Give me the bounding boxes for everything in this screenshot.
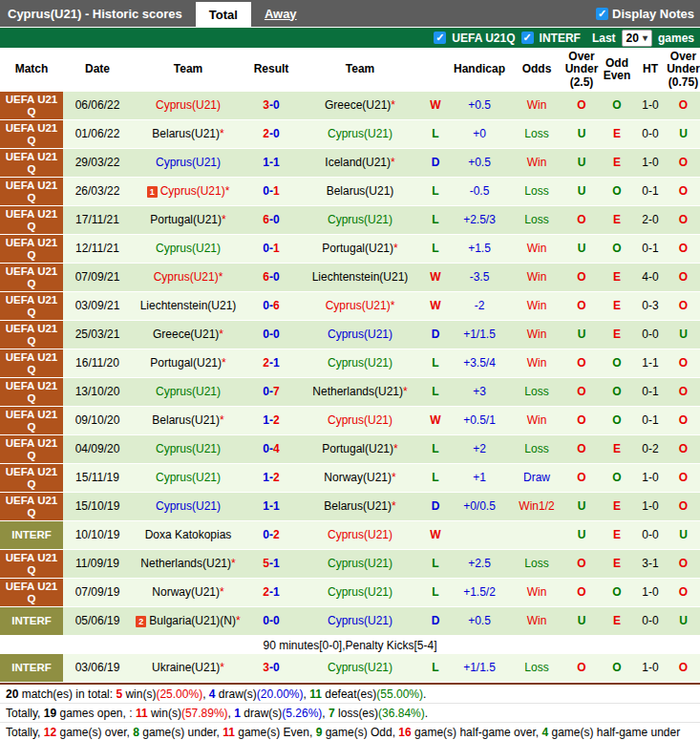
col-header-odds: Odds	[510, 48, 563, 92]
score-cell: 1-2	[244, 407, 298, 434]
summary-line: 20 match(es) in total: 5 win(s)(25.00%),…	[0, 685, 700, 704]
over-under-075-cell: U	[667, 521, 700, 549]
summary-segment: 4	[209, 687, 216, 701]
away-score: 6	[273, 300, 280, 312]
interf-checkbox[interactable]: ✓	[521, 32, 534, 44]
team-name: Ukraine(U21)	[152, 662, 220, 674]
summary-segment: win(s)	[148, 707, 181, 720]
over-under-075-cell: O	[667, 264, 700, 291]
last-games-select[interactable]: 20 ▾	[622, 30, 652, 47]
team-name: Netherlands(U21)	[140, 558, 231, 570]
handicap-cell: +1.5/2	[449, 579, 510, 606]
date-cell: 26/03/22	[63, 178, 132, 205]
summary-segment: (20.00%)	[257, 687, 304, 701]
home-team-cell: Greece(U21)*	[132, 321, 244, 349]
date-cell: 07/09/19	[63, 579, 132, 606]
away-team-cell: Cyprus(U21)	[298, 521, 422, 549]
result-letter-cell: D	[422, 493, 449, 520]
away-team-cell: Cyprus(U21)	[298, 654, 422, 682]
ht-score-cell: 0-0	[634, 120, 667, 148]
odd-even-cell: O	[600, 654, 634, 682]
away-team-cell: Portugal(U21)*	[298, 235, 422, 263]
team-name: Cyprus(U21)	[328, 586, 392, 599]
summary-footer: 20 match(es) in total: 5 win(s)(25.00%),…	[0, 685, 700, 740]
result-letter-cell: W	[422, 92, 449, 119]
away-marker: *	[219, 328, 223, 341]
summary-segment: (25.00%)	[156, 687, 202, 701]
result-letter-cell: L	[422, 349, 449, 377]
summary-segment: (55.00%)	[376, 687, 423, 701]
odds-cell: Win	[510, 407, 563, 434]
table-row: UEFA U21 Q16/11/20Portugal(U21)*2-1Cypru…	[0, 349, 700, 378]
score-cell: 1-1	[244, 149, 298, 177]
summary-segment: ,	[228, 707, 235, 720]
over-under-075-cell: O	[667, 493, 700, 520]
table-row: UEFA U21 Q03/09/21Liechtenstein(U21)0-6C…	[0, 292, 700, 321]
home-score: 1	[263, 472, 269, 484]
team-name: Netherlands(U21)	[312, 386, 403, 398]
away-team-cell: Belarus(U21)*	[298, 493, 422, 520]
table-row: UEFA U21 Q29/03/22Cyprus(U21)1-1Iceland(…	[0, 149, 700, 178]
away-score: 0	[273, 328, 280, 341]
away-team-cell: Cyprus(U21)	[298, 407, 422, 434]
handicap-cell: +0/0.5	[449, 493, 510, 520]
league-cell: UEFA U21 Q	[0, 292, 63, 320]
summary-segment: .	[423, 687, 426, 701]
odd-even-cell: E	[600, 292, 634, 320]
team-name: Cyprus(U21)	[328, 128, 392, 140]
summary-segment: 11	[223, 726, 235, 739]
table-row: UEFA U21 Q15/10/19Cyprus(U21)1-1Belarus(…	[0, 493, 700, 521]
date-cell: 05/06/19	[63, 607, 132, 635]
ht-score-cell: 0-3	[634, 292, 667, 320]
team-name: Belarus(U21)	[327, 185, 394, 198]
league-cell: UEFA U21 Q	[0, 206, 63, 234]
odd-even-cell: O	[600, 407, 634, 434]
odds-cell: Win	[510, 607, 563, 635]
team-name: Portugal(U21)	[150, 214, 222, 226]
away-score: 1	[273, 586, 280, 599]
home-team-cell: 1Cyprus(U21)*	[132, 178, 244, 205]
away-score: 2	[273, 472, 280, 484]
handicap-cell: +1.5	[449, 235, 510, 263]
team-name: Cyprus(U21)	[328, 558, 392, 570]
score-cell: 6-0	[244, 206, 298, 234]
score-cell: 1-2	[244, 464, 298, 492]
home-score: 2	[263, 357, 269, 370]
handicap-cell: +3.5/4	[449, 349, 510, 377]
summary-segment: (57.89%)	[181, 707, 228, 720]
display-notes-label: Display Notes	[612, 7, 694, 21]
handicap-cell: +1/1.5	[449, 654, 510, 682]
away-marker: *	[393, 243, 398, 255]
league-cell: UEFA U21 Q	[0, 235, 63, 263]
handicap-cell: +2.5/3	[449, 206, 510, 234]
over-under-075-cell: O	[667, 235, 700, 263]
score-cell: 0-6	[244, 292, 298, 320]
score-cell: 5-1	[244, 550, 298, 578]
display-notes-checkbox[interactable]: ✓	[596, 8, 608, 20]
away-marker: *	[222, 214, 226, 226]
ht-score-cell: 0-2	[634, 435, 667, 463]
tab-away[interactable]: Away	[251, 0, 310, 27]
odds-cell: Loss	[510, 206, 563, 234]
uefa-u21q-checkbox[interactable]: ✓	[434, 32, 446, 44]
date-cell: 13/10/20	[63, 378, 132, 406]
team-name: Cyprus(U21)	[328, 357, 392, 370]
result-letter-cell: W	[422, 264, 449, 291]
table-row: INTERF03/06/19Ukraine(U21)*3-0Cyprus(U21…	[0, 654, 700, 683]
away-marker: *	[391, 300, 395, 312]
league-filter-bar: ✓ UEFA U21Q ✓ INTERF Last 20 ▾ games	[0, 27, 700, 48]
odd-even-cell: E	[600, 435, 634, 463]
handicap-cell: -3.5	[449, 264, 510, 291]
over-under-25-cell: U	[563, 120, 600, 148]
team-name: Bulgaria(U21)(N)	[149, 615, 236, 627]
over-under-25-cell: U	[563, 235, 600, 263]
score-cell: 0-0	[244, 321, 298, 349]
summary-segment: 12	[44, 726, 56, 739]
team-name: Norway(U21)	[324, 472, 392, 484]
tab-total[interactable]: Total	[196, 2, 251, 27]
odds-cell: Loss	[510, 435, 563, 463]
league-cell: UEFA U21 Q	[0, 92, 63, 119]
score-cell: 1-1	[244, 493, 298, 520]
home-score: 1	[263, 157, 269, 169]
away-score: 1	[273, 243, 280, 255]
